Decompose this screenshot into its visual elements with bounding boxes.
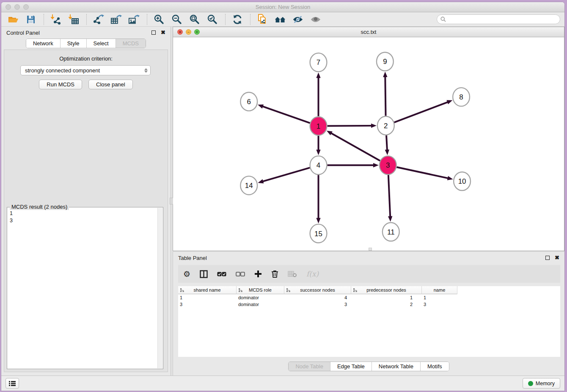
graph-edge-3-1[interactable] [327, 131, 380, 161]
column-header-predecessor-nodes[interactable]: predecessor nodes [351, 286, 422, 294]
table-row[interactable]: 1dominator411 [178, 294, 560, 301]
graph-node-14[interactable]: 14 [240, 176, 257, 195]
task-history-button[interactable] [6, 378, 19, 389]
graph-edge-1-7[interactable] [316, 72, 320, 116]
graph-node-8[interactable]: 8 [453, 88, 470, 106]
show-columns-icon[interactable] [200, 270, 208, 278]
optimization-criterion-label: Optimization criterion: [4, 55, 168, 62]
main-toolbar [1, 12, 564, 27]
toolbar-separator [86, 14, 87, 25]
tab-motifs[interactable]: Motifs [420, 362, 449, 371]
zoom-fit-icon[interactable] [189, 14, 201, 25]
graph-edge-1-4[interactable] [316, 136, 320, 155]
panel-splitter[interactable] [171, 27, 173, 375]
memory-button[interactable]: Memory [523, 378, 560, 389]
column-header-successor-nodes[interactable]: successor nodes [284, 286, 351, 294]
toolbar-separator [250, 14, 250, 25]
search-icon [440, 17, 446, 22]
graph-node-9[interactable]: 9 [377, 52, 394, 71]
tab-network-table[interactable]: Network Table [372, 362, 420, 371]
graph-edge-2-3[interactable] [385, 135, 389, 155]
select-all-icon[interactable] [217, 272, 226, 276]
table-cell: 3 [178, 302, 237, 307]
table-row[interactable]: 3dominator323 [178, 301, 560, 308]
close-panel-icon[interactable]: ✖ [161, 30, 165, 35]
status-bar: Memory [1, 375, 564, 391]
graph-edge-3-10[interactable] [396, 167, 453, 180]
graph-node-10[interactable]: 10 [454, 172, 471, 190]
graph-edge-4-15[interactable] [316, 175, 320, 224]
graph-edge-2-8[interactable] [394, 100, 453, 123]
clone-network-icon[interactable] [256, 14, 268, 25]
graph-node-3[interactable]: 3 [380, 156, 396, 174]
close-table-panel-icon[interactable]: ✖ [555, 256, 559, 260]
zoom-selected-icon[interactable] [206, 14, 218, 25]
graph-node-6[interactable]: 6 [240, 92, 257, 111]
svg-text:10: 10 [458, 177, 466, 185]
export-image-icon[interactable] [128, 14, 140, 25]
graph-edge-1-6[interactable] [258, 105, 310, 123]
criterion-value: strongly connected component [25, 67, 144, 74]
delete-table-icon[interactable] [288, 271, 297, 277]
function-builder-icon[interactable]: f(x) [306, 270, 319, 278]
column-header-name[interactable]: name [422, 286, 457, 294]
hide-selected-icon[interactable] [292, 14, 304, 25]
table-cell: 4 [284, 295, 351, 300]
import-network-icon[interactable] [50, 14, 62, 25]
svg-text:8: 8 [459, 93, 463, 101]
tab-mcds[interactable]: MCDS [116, 39, 146, 48]
mcds-result-text[interactable]: 1 3 [8, 208, 157, 368]
graph-node-1[interactable]: 1 [310, 117, 327, 135]
search-field[interactable] [437, 14, 560, 24]
run-mcds-button[interactable]: Run MCDS [39, 80, 82, 89]
graph-node-2[interactable]: 2 [377, 116, 394, 135]
graph-node-7[interactable]: 7 [310, 53, 327, 72]
zoom-in-icon[interactable] [153, 14, 165, 25]
control-panel-title: Control Panel [6, 30, 40, 36]
tab-node-table[interactable]: Node Table [289, 362, 330, 371]
network-graph[interactable]: 7968124314101511 [173, 37, 564, 251]
graph-node-4[interactable]: 4 [310, 156, 327, 174]
tab-style[interactable]: Style [60, 39, 86, 48]
graph-edge-4-14[interactable] [258, 168, 310, 183]
export-network-icon[interactable] [93, 14, 105, 25]
table-cell: 1 [178, 295, 237, 300]
graph-node-11[interactable]: 11 [383, 223, 399, 241]
float-panel-icon[interactable] [151, 30, 156, 35]
result-scrollbar[interactable] [157, 208, 162, 368]
svg-text:15: 15 [314, 230, 322, 238]
add-column-icon[interactable] [254, 270, 262, 278]
save-session-icon[interactable] [25, 14, 37, 25]
graph-edge-2-9[interactable] [383, 72, 387, 116]
graph-edge-1-2[interactable] [327, 124, 376, 128]
graph-edge-4-3[interactable] [327, 163, 378, 167]
table-cell: dominator [237, 302, 284, 307]
canvas-resize-grip[interactable] [369, 248, 372, 251]
titlebar: Session: New Session [1, 2, 564, 12]
first-neighbors-icon[interactable] [274, 14, 286, 25]
tab-select[interactable]: Select [86, 39, 116, 48]
search-input[interactable] [448, 17, 556, 22]
import-table-icon[interactable] [68, 14, 80, 25]
tab-edge-table[interactable]: Edge Table [330, 362, 372, 371]
column-settings-icon[interactable]: ⚙ [183, 270, 190, 278]
refresh-view-icon[interactable] [231, 14, 243, 25]
toolbar-separator [225, 14, 226, 25]
close-panel-button[interactable]: Close panel [88, 80, 133, 89]
tab-network[interactable]: Network [26, 39, 60, 48]
dropdown-stepper-icon [144, 68, 148, 73]
delete-column-icon[interactable] [271, 270, 278, 278]
open-file-icon[interactable] [7, 14, 19, 25]
show-all-icon[interactable] [310, 14, 322, 25]
zoom-out-icon[interactable] [171, 14, 183, 25]
float-table-panel-icon[interactable] [545, 256, 550, 260]
criterion-dropdown[interactable]: strongly connected component [20, 65, 151, 75]
deselect-all-icon[interactable] [236, 272, 245, 276]
column-header-shared-name[interactable]: shared name [178, 286, 237, 294]
svg-text:1: 1 [317, 122, 320, 130]
column-header-MCDS-role[interactable]: MCDS role [237, 286, 284, 294]
graph-node-15[interactable]: 15 [310, 224, 327, 243]
graph-edge-3-11[interactable] [388, 175, 392, 222]
network-canvas[interactable]: 7968124314101511 [173, 37, 564, 251]
export-table-icon[interactable] [110, 14, 122, 25]
